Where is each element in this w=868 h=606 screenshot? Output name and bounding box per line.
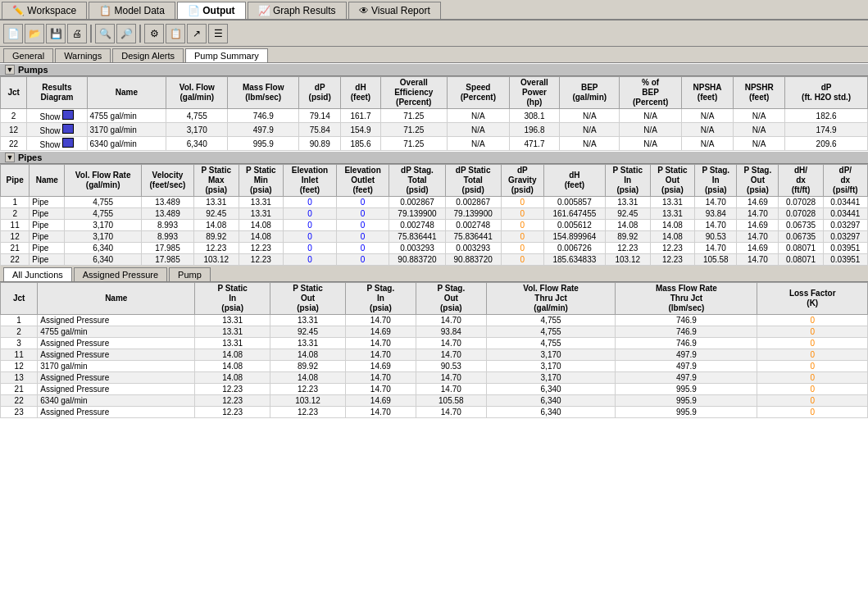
jct-psout: 89.92 — [270, 361, 346, 372]
toolbar-btn-5[interactable]: 🔍 — [95, 24, 115, 43]
jct-psout: 13.31 — [270, 338, 346, 349]
jct-tab-assigned-pressure[interactable]: Assigned Pressure — [74, 267, 167, 281]
toolbar-btn-1[interactable]: 📄 — [3, 24, 23, 43]
pump-row: 2 Show 4755 gal/min 4,755 746.9 79.14 16… — [1, 109, 868, 123]
pumps-collapse-btn[interactable]: ▼ — [5, 65, 15, 75]
pipe-elev-in: 0 — [284, 197, 337, 208]
pipe-pstagin: 105.58 — [695, 254, 737, 266]
jct-volflow: 6,340 — [486, 407, 616, 418]
jct-col-psin: P StaticIn(psia) — [195, 283, 270, 315]
pumps-table: Jct ResultsDiagram Name Vol. Flow(gal/mi… — [0, 76, 868, 151]
pipes-collapse-btn[interactable]: ▼ — [5, 153, 15, 162]
pump-col-massflow: Mass Flow(lbm/sec) — [228, 77, 299, 109]
tab-visual-report[interactable]: 👁 Visual Report — [348, 2, 441, 19]
tab-graph-results[interactable]: 📈 Graph Results — [248, 2, 347, 19]
subtab-general[interactable]: General — [3, 48, 53, 62]
jct-massflow: 497.9 — [616, 372, 757, 384]
toolbar-btn-4[interactable]: 🖨 — [67, 24, 87, 43]
pump-eff: 71.25 — [380, 123, 448, 137]
jct-name: Assigned Pressure — [38, 372, 195, 384]
pipe-elev-out: 0 — [336, 197, 389, 208]
pipe-num: 22 — [1, 254, 30, 266]
workspace-icon: ✏️ — [12, 5, 25, 16]
pipe-psout: 14.08 — [650, 220, 695, 231]
toolbar-btn-2[interactable]: 📂 — [25, 24, 44, 43]
pipe-dpgrav: 0 — [501, 231, 543, 243]
jct-loss: 0 — [757, 395, 868, 407]
jct-tab-all[interactable]: All Junctions — [3, 267, 72, 281]
pipe-volflow: 6,340 — [65, 254, 142, 266]
jct-psout: 12.23 — [270, 384, 346, 395]
jct-num: 3 — [1, 338, 38, 349]
pipe-dh: 185.634833 — [543, 254, 605, 266]
jct-massflow: 497.9 — [616, 361, 757, 372]
pipe-volflow: 4,755 — [65, 197, 142, 208]
jct-pstagin: 14.70 — [345, 338, 416, 349]
pump-name: 4755 gal/min — [87, 109, 166, 123]
jct-loss: 0 — [757, 361, 868, 372]
tab-workspace[interactable]: ✏️ Workspace — [2, 2, 87, 19]
pumps-table-container: Jct ResultsDiagram Name Vol. Flow(gal/mi… — [0, 76, 868, 151]
toolbar-btn-8[interactable]: 📋 — [166, 24, 185, 43]
pipe-psmin: 12.23 — [239, 243, 284, 254]
pump-col-dp: dP(psid) — [298, 77, 340, 109]
pipe-pstagout: 14.69 — [737, 197, 779, 208]
pump-npsha: N/A — [681, 137, 733, 151]
toolbar-btn-6[interactable]: 🔎 — [116, 24, 136, 43]
jct-name: Assigned Pressure — [38, 315, 195, 326]
jct-row: 13 Assigned Pressure 14.08 14.08 14.70 1… — [1, 372, 868, 384]
pump-dp: 79.14 — [298, 109, 340, 123]
pipe-dpgrav: 0 — [501, 243, 543, 254]
pipe-psin: 103.12 — [605, 254, 650, 266]
pipe-dpdx: 0.03951 — [823, 254, 867, 266]
jct-pstagin: 14.69 — [345, 361, 416, 372]
jct-pstagout: 14.70 — [416, 338, 486, 349]
subtab-design-alerts[interactable]: Design Alerts — [112, 48, 184, 62]
pipe-elev-in: 0 — [284, 243, 337, 254]
jct-tab-pump[interactable]: Pump — [169, 267, 211, 281]
pipe-volflow: 3,170 — [65, 231, 142, 243]
pump-diagram-icon[interactable] — [62, 110, 74, 120]
jct-loss: 0 — [757, 349, 868, 361]
pump-diagram-icon[interactable] — [62, 138, 74, 148]
pipe-num: 12 — [1, 231, 30, 243]
jct-psout: 103.12 — [270, 395, 346, 407]
jct-massflow: 995.9 — [616, 407, 757, 418]
jct-num: 1 — [1, 315, 38, 326]
jct-psin: 14.08 — [195, 372, 270, 384]
toolbar-btn-9[interactable]: ↗ — [187, 24, 207, 43]
pump-results: Show — [27, 137, 87, 151]
visual-report-icon: 👁 — [359, 5, 369, 16]
pipe-pstagout: 14.70 — [737, 208, 779, 220]
pipe-elev-out: 0 — [336, 243, 389, 254]
subtab-pump-summary[interactable]: Pump Summary — [185, 48, 268, 62]
jct-massflow: 746.9 — [616, 315, 757, 326]
jct-num: 11 — [1, 349, 38, 361]
jct-row: 22 6340 gal/min 12.23 103.12 14.69 105.5… — [1, 395, 868, 407]
pump-col-speed: Speed(Percent) — [448, 77, 510, 109]
subtab-warnings[interactable]: Warnings — [55, 48, 111, 62]
pipe-name: Pipe — [30, 197, 65, 208]
jct-num: 22 — [1, 395, 38, 407]
jct-num: 12 — [1, 361, 38, 372]
pump-diagram-icon[interactable] — [62, 124, 74, 134]
pipe-dhdx: 0.06735 — [779, 220, 823, 231]
pipes-section-title: Pipes — [18, 153, 42, 162]
pipe-col-vel: Velocity(feet/sec) — [142, 165, 194, 197]
toolbar-btn-3[interactable]: 💾 — [46, 24, 66, 43]
tab-output[interactable]: 📄 Output — [177, 2, 246, 19]
pipe-dpstatictotal: 0.003293 — [445, 243, 501, 254]
toolbar-btn-10[interactable]: ☰ — [208, 24, 228, 43]
jct-pstagout: 105.58 — [416, 395, 486, 407]
jct-pstagout: 93.84 — [416, 326, 486, 338]
pipe-col-dpstagtotal: dP Stag.Total(psid) — [389, 165, 445, 197]
pipe-vel: 13.489 — [142, 208, 194, 220]
pipe-name: Pipe — [30, 243, 65, 254]
toolbar: 📄 📂 💾 🖨 🔍 🔎 ⚙ 📋 ↗ ☰ — [0, 21, 868, 47]
jct-name: Assigned Pressure — [38, 384, 195, 395]
toolbar-btn-7[interactable]: ⚙ — [144, 24, 164, 43]
pipe-pstagout: 14.70 — [737, 254, 779, 266]
pipe-col-psmin: P StaticMin(psia) — [239, 165, 284, 197]
tab-model-data[interactable]: 📋 Model Data — [89, 2, 175, 19]
list-icon: ☰ — [214, 28, 223, 39]
